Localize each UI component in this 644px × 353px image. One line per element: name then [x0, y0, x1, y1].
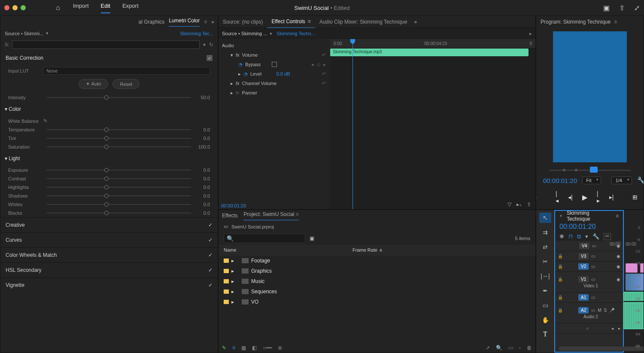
freeform-view-icon[interactable]: ◧ — [252, 345, 257, 351]
auto-button[interactable]: ✦Auto — [79, 79, 109, 89]
play-only-icon[interactable]: ▸₊ — [516, 201, 522, 207]
lock-a2-icon[interactable]: 🔒 — [558, 308, 563, 313]
voiceover-icon[interactable]: 🎤 — [609, 308, 614, 313]
toggle-v3-icon[interactable]: ◉ — [617, 254, 620, 259]
eyedropper-icon[interactable]: ✎ — [43, 118, 47, 124]
effect-keyframe-area[interactable]: 0:00 00:00:04:23 0 Skimming Technique.mp… — [330, 39, 535, 210]
type-tool-icon[interactable]: T — [539, 329, 551, 340]
effect-playhead[interactable] — [352, 39, 353, 210]
slip-tool-icon[interactable]: |↔| — [539, 271, 551, 281]
program-video-frame[interactable] — [553, 31, 627, 162]
mute-icon[interactable]: M — [598, 308, 601, 313]
step-back-icon[interactable]: ◂| — [568, 194, 573, 201]
lock-v1-icon[interactable]: 🔒 — [558, 277, 563, 282]
volume-effect[interactable]: ▾fxVolume↶ — [222, 50, 327, 60]
panel-menu-icon[interactable]: ≡ — [616, 213, 619, 219]
project-search-input[interactable] — [224, 234, 305, 243]
step-forward-icon[interactable]: |▸ — [597, 190, 600, 204]
toggle-v1-icon[interactable]: ◉ — [617, 277, 620, 282]
share-icon[interactable]: ⇧ — [619, 4, 625, 12]
input-lut-dropdown[interactable]: None — [43, 67, 210, 75]
sequence-name[interactable]: Skimming Technique — [567, 210, 611, 222]
effect-timecode[interactable]: 00:00:01:20 — [221, 203, 246, 208]
project-columns-header[interactable]: Name Frame Rate∧ — [219, 245, 535, 256]
program-timecode-current[interactable]: 00:00:01:20 — [543, 177, 577, 184]
list-view-icon[interactable]: ≡ — [232, 345, 235, 351]
timeline-h-scrollbar[interactable] — [559, 347, 620, 351]
resolution-dropdown[interactable]: 1/4 — [611, 176, 632, 184]
hand-tool-icon[interactable]: ✋ — [539, 315, 551, 325]
curves-section[interactable]: Curves✓ — [0, 232, 218, 247]
reset-icon[interactable]: ↻ — [209, 42, 213, 48]
filter-icon[interactable]: ▽ — [507, 201, 511, 207]
pen-icon[interactable]: ✎ — [222, 345, 226, 351]
basic-correction-toggle[interactable]: ✓ — [207, 55, 213, 61]
fullscreen-icon[interactable]: ⤢ — [634, 4, 640, 12]
home-icon[interactable]: ⌂ — [56, 4, 60, 12]
bin-music[interactable]: ▸Music — [219, 276, 535, 286]
whites-slider[interactable] — [47, 204, 191, 205]
new-bin-icon[interactable]: ▭ — [508, 345, 513, 351]
close-sequence-icon[interactable]: × — [559, 213, 562, 219]
basic-correction-header[interactable]: Basic Correction ✓ — [0, 51, 218, 65]
intensity-slider[interactable] — [47, 97, 191, 98]
razor-tool-icon[interactable]: ✂ — [539, 256, 551, 267]
maximize-window[interactable] — [21, 5, 26, 10]
zoom-fit-dropdown[interactable]: Fit — [582, 176, 601, 184]
lumetri-clip-link[interactable]: Skimming Tec... — [180, 31, 213, 36]
bypass-param[interactable]: ◔Bypass◂ ◇ ▸ — [222, 60, 327, 69]
solo-icon[interactable]: S — [604, 308, 607, 313]
panel-menu-icon[interactable]: ≡ — [614, 19, 617, 25]
tab-effect-controls[interactable]: Effect Controls≡ — [267, 18, 315, 28]
pen-tool-icon[interactable]: ✒ — [539, 286, 551, 296]
linked-selection-icon[interactable]: ⧉ — [577, 233, 581, 240]
hsl-secondary-section[interactable]: HSL Secondary✓ — [0, 262, 218, 277]
blacks-slider[interactable] — [47, 213, 191, 213]
automate-icon[interactable]: ↗ — [486, 345, 490, 351]
tab-effects[interactable]: Effects — [222, 213, 237, 219]
ripple-tool-icon[interactable]: ⇄ — [539, 242, 551, 252]
tab-audio-clip-mixer[interactable]: Audio Clip Mixer: Skimming Technique — [315, 19, 412, 25]
caption-icon[interactable]: cc — [604, 233, 611, 240]
saturation-slider[interactable] — [47, 146, 191, 147]
tab-edit[interactable]: Edit — [101, 3, 110, 13]
window-controls[interactable] — [4, 5, 26, 10]
rectangle-tool-icon[interactable]: ▭ — [539, 300, 551, 310]
lock-a1-icon[interactable]: 🔒 — [558, 295, 563, 300]
marker-add-icon[interactable]: ▾ — [585, 233, 588, 240]
panner-effect[interactable]: ▸fxPanner — [222, 88, 327, 97]
play-button[interactable]: ▶ — [582, 193, 587, 201]
shadows-slider[interactable] — [47, 195, 191, 196]
quick-export-icon[interactable]: ▣ — [603, 4, 610, 12]
new-item-icon[interactable]: ▫ — [519, 345, 521, 351]
tab-lumetri-color[interactable]: Lumetri Color — [169, 18, 200, 27]
lumetri-effect-dropdown[interactable] — [12, 40, 200, 49]
audio-group[interactable]: Audio — [222, 41, 327, 50]
tab-essential-graphics[interactable]: al Graphics — [139, 19, 165, 25]
track-select-tool-icon[interactable]: ⇉ — [539, 227, 551, 237]
creative-section[interactable]: Creative✓ — [0, 217, 218, 232]
level-param[interactable]: ▸◔Level0.0 dB↶ — [222, 69, 327, 79]
timeline-timecode[interactable]: 00:00:01:20 — [555, 221, 623, 232]
lock-v2-icon[interactable]: 🔒 — [558, 264, 563, 269]
selection-tool-icon[interactable]: ↖ — [539, 213, 551, 223]
tab-project[interactable]: Project: SwimU Social ≡ — [243, 211, 298, 220]
find-icon[interactable]: 🔍 — [496, 345, 502, 351]
icon-view-icon[interactable]: ▦ — [241, 345, 246, 351]
temperature-slider[interactable] — [47, 129, 191, 130]
target-v1[interactable]: V1 — [578, 276, 589, 283]
program-playhead[interactable] — [590, 167, 598, 173]
source-sequence-link[interactable]: Skimming Techn... — [276, 31, 315, 36]
panel-overflow-icon[interactable]: » — [411, 19, 419, 25]
panel-menu-icon[interactable]: ≡ — [204, 19, 207, 25]
target-v2[interactable]: V2 — [578, 263, 589, 270]
target-v3[interactable]: V3 — [578, 253, 589, 259]
toggle-v2-icon[interactable]: ◉ — [617, 264, 620, 269]
new-bin-search-icon[interactable]: ▣ — [310, 235, 314, 241]
goto-out-icon[interactable]: ▸| — [609, 194, 614, 201]
goto-in-icon[interactable]: |◂ — [556, 190, 559, 204]
export-frame-icon[interactable]: ⇪ — [527, 201, 531, 207]
exposure-slider[interactable] — [47, 170, 191, 170]
out-point-icon[interactable]: } — [536, 194, 537, 201]
close-window[interactable] — [4, 5, 9, 10]
